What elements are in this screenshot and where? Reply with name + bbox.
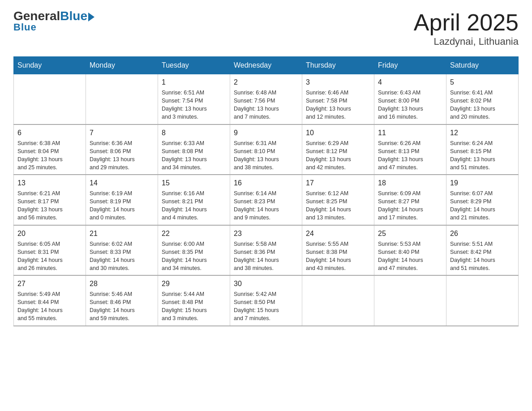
day-number: 28 xyxy=(90,278,154,289)
day-number: 26 xyxy=(450,228,515,239)
day-info: Sunrise: 6:38 AM Sunset: 8:04 PM Dayligh… xyxy=(17,139,82,172)
calendar-cell xyxy=(446,275,519,326)
day-number: 30 xyxy=(234,278,298,289)
weekday-header: Monday xyxy=(86,57,158,74)
day-number: 29 xyxy=(162,278,226,289)
calendar-cell: 22Sunrise: 6:00 AM Sunset: 8:35 PM Dayli… xyxy=(158,225,230,276)
day-number: 24 xyxy=(306,228,370,239)
logo-arrow-icon xyxy=(88,13,94,21)
day-info: Sunrise: 6:48 AM Sunset: 7:56 PM Dayligh… xyxy=(234,89,298,121)
calendar-cell: 15Sunrise: 6:16 AM Sunset: 8:21 PM Dayli… xyxy=(158,175,230,225)
day-info: Sunrise: 6:43 AM Sunset: 8:00 PM Dayligh… xyxy=(378,89,442,121)
day-info: Sunrise: 6:14 AM Sunset: 8:23 PM Dayligh… xyxy=(234,189,298,222)
day-number: 11 xyxy=(378,128,442,138)
calendar-cell: 5Sunrise: 6:41 AM Sunset: 8:02 PM Daylig… xyxy=(446,74,519,124)
calendar-cell: 23Sunrise: 5:58 AM Sunset: 8:36 PM Dayli… xyxy=(230,225,302,276)
calendar-table: SundayMondayTuesdayWednesdayThursdayFrid… xyxy=(13,56,519,326)
calendar-header-row: SundayMondayTuesdayWednesdayThursdayFrid… xyxy=(14,57,519,74)
day-info: Sunrise: 5:58 AM Sunset: 8:36 PM Dayligh… xyxy=(234,240,298,273)
day-info: Sunrise: 5:53 AM Sunset: 8:40 PM Dayligh… xyxy=(378,240,442,273)
day-info: Sunrise: 6:29 AM Sunset: 8:12 PM Dayligh… xyxy=(306,139,370,172)
calendar-cell: 25Sunrise: 5:53 AM Sunset: 8:40 PM Dayli… xyxy=(374,225,446,276)
day-number: 19 xyxy=(450,178,515,188)
day-info: Sunrise: 5:49 AM Sunset: 8:44 PM Dayligh… xyxy=(17,290,82,323)
day-number: 2 xyxy=(234,77,298,88)
calendar-week-row: 1Sunrise: 6:51 AM Sunset: 7:54 PM Daylig… xyxy=(14,74,519,124)
calendar-week-row: 20Sunrise: 6:05 AM Sunset: 8:31 PM Dayli… xyxy=(14,225,519,276)
day-number: 10 xyxy=(306,128,370,138)
day-number: 25 xyxy=(378,228,442,239)
calendar-cell: 21Sunrise: 6:02 AM Sunset: 8:33 PM Dayli… xyxy=(86,225,158,276)
day-number: 9 xyxy=(234,128,298,138)
day-info: Sunrise: 6:26 AM Sunset: 8:13 PM Dayligh… xyxy=(378,139,442,172)
day-number: 6 xyxy=(17,128,82,138)
day-number: 8 xyxy=(162,128,226,138)
day-info: Sunrise: 6:31 AM Sunset: 8:10 PM Dayligh… xyxy=(234,139,298,172)
day-number: 14 xyxy=(90,178,154,188)
weekday-header: Saturday xyxy=(446,57,519,74)
page-header: General Blue Blue April 2025 Lazdynai, L… xyxy=(13,9,519,47)
calendar-cell: 3Sunrise: 6:46 AM Sunset: 7:58 PM Daylig… xyxy=(302,74,374,124)
calendar-week-row: 27Sunrise: 5:49 AM Sunset: 8:44 PM Dayli… xyxy=(14,275,519,326)
logo-blue-line: Blue xyxy=(13,21,94,33)
calendar-cell: 19Sunrise: 6:07 AM Sunset: 8:29 PM Dayli… xyxy=(446,175,519,225)
day-number: 23 xyxy=(234,228,298,239)
calendar-cell: 20Sunrise: 6:05 AM Sunset: 8:31 PM Dayli… xyxy=(14,225,86,276)
day-info: Sunrise: 6:16 AM Sunset: 8:21 PM Dayligh… xyxy=(162,189,226,222)
day-info: Sunrise: 5:55 AM Sunset: 8:38 PM Dayligh… xyxy=(306,240,370,273)
day-info: Sunrise: 6:21 AM Sunset: 8:17 PM Dayligh… xyxy=(17,189,82,222)
weekday-header: Thursday xyxy=(302,57,374,74)
calendar-week-row: 13Sunrise: 6:21 AM Sunset: 8:17 PM Dayli… xyxy=(14,175,519,225)
calendar-cell: 4Sunrise: 6:43 AM Sunset: 8:00 PM Daylig… xyxy=(374,74,446,124)
day-info: Sunrise: 6:07 AM Sunset: 8:29 PM Dayligh… xyxy=(450,189,515,222)
day-number: 3 xyxy=(306,77,370,88)
day-info: Sunrise: 5:46 AM Sunset: 8:46 PM Dayligh… xyxy=(90,290,154,323)
weekday-header: Sunday xyxy=(14,57,86,74)
day-number: 21 xyxy=(90,228,154,239)
day-info: Sunrise: 6:19 AM Sunset: 8:19 PM Dayligh… xyxy=(90,189,154,222)
calendar-cell: 24Sunrise: 5:55 AM Sunset: 8:38 PM Dayli… xyxy=(302,225,374,276)
day-info: Sunrise: 6:12 AM Sunset: 8:25 PM Dayligh… xyxy=(306,189,370,222)
weekday-header: Tuesday xyxy=(158,57,230,74)
title-block: April 2025 Lazdynai, Lithuania xyxy=(414,9,519,47)
day-info: Sunrise: 6:33 AM Sunset: 8:08 PM Dayligh… xyxy=(162,139,226,172)
day-number: 15 xyxy=(162,178,226,188)
calendar-cell: 6Sunrise: 6:38 AM Sunset: 8:04 PM Daylig… xyxy=(14,124,86,175)
calendar-cell: 18Sunrise: 6:09 AM Sunset: 8:27 PM Dayli… xyxy=(374,175,446,225)
day-info: Sunrise: 5:42 AM Sunset: 8:50 PM Dayligh… xyxy=(234,290,298,323)
day-number: 5 xyxy=(450,77,515,88)
logo: General Blue Blue xyxy=(13,9,94,33)
day-number: 12 xyxy=(450,128,515,138)
day-number: 16 xyxy=(234,178,298,188)
calendar-cell: 2Sunrise: 6:48 AM Sunset: 7:56 PM Daylig… xyxy=(230,74,302,124)
day-number: 20 xyxy=(17,228,82,239)
day-number: 7 xyxy=(90,128,154,138)
calendar-cell: 10Sunrise: 6:29 AM Sunset: 8:12 PM Dayli… xyxy=(302,124,374,175)
calendar-cell: 14Sunrise: 6:19 AM Sunset: 8:19 PM Dayli… xyxy=(86,175,158,225)
calendar-cell: 13Sunrise: 6:21 AM Sunset: 8:17 PM Dayli… xyxy=(14,175,86,225)
calendar-cell: 7Sunrise: 6:36 AM Sunset: 8:06 PM Daylig… xyxy=(86,124,158,175)
day-info: Sunrise: 6:36 AM Sunset: 8:06 PM Dayligh… xyxy=(90,139,154,172)
weekday-header: Friday xyxy=(374,57,446,74)
calendar-cell: 16Sunrise: 6:14 AM Sunset: 8:23 PM Dayli… xyxy=(230,175,302,225)
calendar-title: April 2025 xyxy=(414,9,519,36)
calendar-cell: 28Sunrise: 5:46 AM Sunset: 8:46 PM Dayli… xyxy=(86,275,158,326)
calendar-cell: 17Sunrise: 6:12 AM Sunset: 8:25 PM Dayli… xyxy=(302,175,374,225)
calendar-subtitle: Lazdynai, Lithuania xyxy=(414,36,519,47)
calendar-cell: 29Sunrise: 5:44 AM Sunset: 8:48 PM Dayli… xyxy=(158,275,230,326)
day-info: Sunrise: 5:44 AM Sunset: 8:48 PM Dayligh… xyxy=(162,290,226,323)
day-info: Sunrise: 5:51 AM Sunset: 8:42 PM Dayligh… xyxy=(450,240,515,273)
day-number: 13 xyxy=(17,178,82,188)
day-number: 27 xyxy=(17,278,82,289)
calendar-cell xyxy=(374,275,446,326)
day-number: 18 xyxy=(378,178,442,188)
day-number: 4 xyxy=(378,77,442,88)
day-info: Sunrise: 6:05 AM Sunset: 8:31 PM Dayligh… xyxy=(17,240,82,273)
day-info: Sunrise: 6:41 AM Sunset: 8:02 PM Dayligh… xyxy=(450,89,515,121)
calendar-cell xyxy=(86,74,158,124)
day-number: 22 xyxy=(162,228,226,239)
calendar-cell: 27Sunrise: 5:49 AM Sunset: 8:44 PM Dayli… xyxy=(14,275,86,326)
calendar-cell: 12Sunrise: 6:24 AM Sunset: 8:15 PM Dayli… xyxy=(446,124,519,175)
calendar-cell: 9Sunrise: 6:31 AM Sunset: 8:10 PM Daylig… xyxy=(230,124,302,175)
calendar-cell: 26Sunrise: 5:51 AM Sunset: 8:42 PM Dayli… xyxy=(446,225,519,276)
